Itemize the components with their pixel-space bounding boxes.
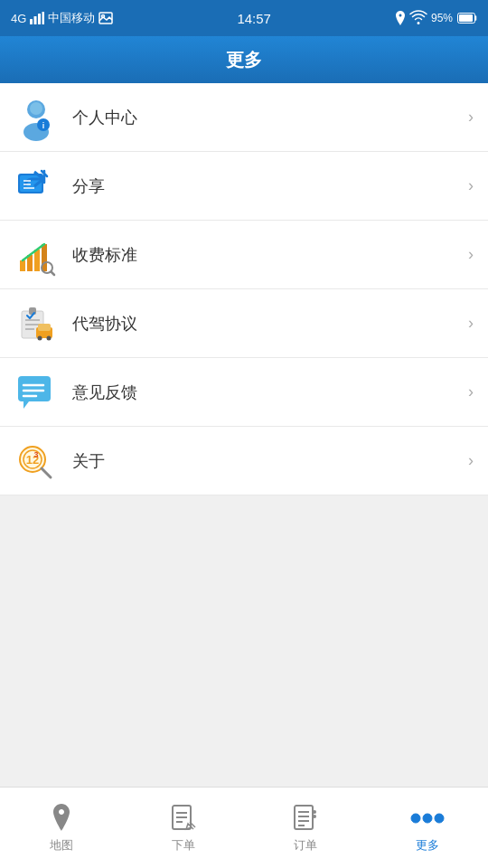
status-bar: 4G 中国移动 14:57 95% — [0, 0, 488, 36]
svg-rect-2 — [38, 14, 41, 24]
tab-item-more[interactable]: 更多 — [366, 788, 488, 868]
chevron-right-icon: › — [468, 108, 474, 127]
about-icon: 12 3 — [14, 439, 58, 483]
status-left: 4G 中国移动 — [11, 10, 113, 26]
svg-point-56 — [435, 814, 444, 823]
signal-bars-icon — [30, 12, 44, 24]
svg-point-32 — [47, 335, 52, 340]
battery-icon — [457, 13, 477, 24]
status-right: 95% — [395, 11, 477, 25]
svg-rect-30 — [38, 324, 51, 331]
menu-item-feedback[interactable]: 意见反馈 › — [0, 358, 488, 427]
tab-label-orders: 订单 — [294, 837, 317, 854]
page-header: 更多 — [0, 36, 488, 83]
menu-label-personal-center: 个人中心 — [72, 107, 468, 128]
status-time: 14:57 — [237, 11, 271, 26]
svg-point-53 — [313, 815, 316, 818]
map-tab-icon — [46, 803, 77, 834]
tab-bar: 地图 下单 — [0, 787, 488, 868]
svg-rect-1 — [34, 16, 37, 24]
location-pin-icon — [395, 11, 406, 25]
page-title: 更多 — [226, 48, 262, 72]
svg-rect-20 — [34, 250, 40, 271]
svg-line-42 — [42, 468, 51, 477]
menu-item-agreement[interactable]: 代驾协议 › — [0, 289, 488, 358]
svg-point-31 — [38, 335, 42, 340]
battery-text: 95% — [431, 12, 453, 24]
svg-line-23 — [52, 271, 55, 275]
order-tab-icon — [168, 803, 199, 834]
more-tab-icon — [412, 803, 443, 834]
svg-point-9 — [30, 102, 42, 115]
tab-item-map[interactable]: 地图 — [0, 788, 122, 868]
image-icon — [99, 12, 113, 24]
tab-label-order: 下单 — [172, 837, 195, 854]
svg-rect-0 — [30, 19, 33, 24]
feedback-icon — [14, 371, 58, 414]
menu-item-personal-center[interactable]: i 个人中心 › — [0, 83, 488, 152]
person-icon: i — [14, 96, 58, 139]
svg-point-55 — [423, 814, 432, 823]
svg-text:i: i — [42, 121, 45, 130]
menu-label-agreement: 代驾协议 — [72, 313, 468, 335]
menu-label-feedback: 意见反馈 — [72, 382, 468, 403]
svg-point-54 — [411, 814, 420, 823]
svg-rect-18 — [20, 260, 25, 271]
tab-item-order[interactable]: 下单 — [122, 788, 244, 868]
chevron-right-icon-2: › — [468, 176, 474, 195]
chevron-right-icon-6: › — [468, 451, 474, 470]
tab-item-orders[interactable]: 订单 — [244, 788, 366, 868]
menu-label-share: 分享 — [72, 175, 468, 197]
wifi-icon — [410, 12, 427, 24]
signal-text: 4G — [11, 12, 26, 25]
svg-rect-25 — [29, 307, 36, 315]
svg-rect-3 — [42, 12, 45, 24]
menu-item-share[interactable]: 分享 › — [0, 152, 488, 221]
menu-item-fee-standard[interactable]: 收费标准 › — [0, 221, 488, 289]
menu-label-about: 关于 — [72, 450, 468, 472]
tab-label-map: 地图 — [50, 837, 73, 854]
svg-point-52 — [313, 810, 316, 814]
chevron-right-icon-4: › — [468, 314, 474, 333]
menu-item-about[interactable]: 12 3 关于 › — [0, 427, 488, 495]
menu-label-fee: 收费标准 — [72, 244, 468, 266]
chevron-right-icon-5: › — [468, 382, 474, 401]
svg-rect-33 — [18, 376, 51, 401]
agreement-icon — [14, 302, 58, 345]
orders-tab-icon — [290, 803, 321, 834]
share-icon — [14, 165, 58, 208]
carrier-text: 中国移动 — [48, 10, 95, 26]
svg-text:3: 3 — [33, 450, 38, 459]
svg-rect-7 — [459, 14, 473, 22]
chevron-right-icon-3: › — [468, 245, 474, 264]
menu-list: i 个人中心 › 分享 › — [0, 83, 488, 495]
tab-label-more: 更多 — [416, 837, 439, 854]
fee-icon — [14, 233, 58, 277]
svg-marker-34 — [23, 401, 29, 409]
